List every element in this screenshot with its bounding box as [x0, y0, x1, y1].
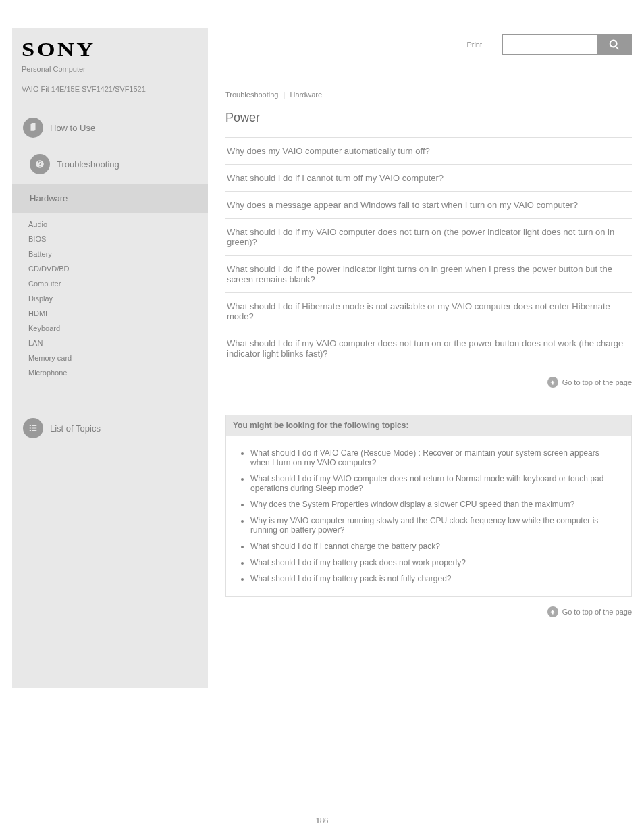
sidebar-subitem[interactable]: Audio	[28, 217, 198, 232]
sidebar-subitem[interactable]: Memory card	[28, 350, 198, 365]
related-topic-link[interactable]: Why is my VAIO computer running slowly a…	[250, 513, 616, 538]
sidebar-subitem[interactable]: Computer	[28, 276, 198, 291]
related-topics-box: You might be looking for the following t…	[225, 415, 632, 597]
go-to-top-label: Go to top of the page	[562, 608, 632, 616]
sidebar-subitem[interactable]: CD/DVD/BD	[28, 261, 198, 276]
breadcrumb: Troubleshooting | Hardware	[225, 90, 632, 99]
accordion-item[interactable]: What should I do if the power indicator …	[225, 256, 632, 293]
sidebar-subitem[interactable]: Display	[28, 291, 198, 306]
sidebar-subitem[interactable]: LAN	[28, 336, 198, 350]
sidebar-subitem[interactable]: Battery	[28, 246, 198, 261]
help-icon	[30, 154, 50, 174]
sidebar-item-label: How to Use	[50, 123, 95, 133]
go-to-top-link[interactable]: Go to top of the page	[225, 377, 632, 388]
related-topic-link[interactable]: What should I do if I cannot charge the …	[250, 538, 616, 554]
sidebar-sublist: Audio BIOS Battery CD/DVD/BD Computer Di…	[22, 217, 198, 380]
sidebar-item-troubleshooting[interactable]: Troubleshooting	[22, 147, 198, 181]
search-button[interactable]	[597, 35, 631, 54]
related-topics-header: You might be looking for the following t…	[226, 415, 631, 436]
main-content: Print Troubleshooting | Hardware Power W…	[208, 28, 632, 688]
page-number: 186	[0, 816, 644, 834]
accordion-item[interactable]: What should I do if I cannot turn off my…	[225, 165, 632, 192]
breadcrumb-item[interactable]: Hardware	[290, 90, 322, 99]
product-type-label: Personal Computer	[22, 65, 198, 73]
related-topic-link[interactable]: What should I do if my battery pack is n…	[250, 571, 616, 587]
print-link[interactable]: Print	[466, 41, 482, 49]
sidebar-item-hardware[interactable]: Hardware	[12, 184, 208, 213]
sidebar-item-label: Hardware	[30, 193, 68, 203]
accordion-item[interactable]: Why does my VAIO computer automatically …	[225, 137, 632, 165]
accordion-item[interactable]: What should I do if my VAIO computer doe…	[225, 219, 632, 256]
page-title: Power	[225, 111, 632, 125]
arrow-up-icon	[547, 606, 558, 617]
sidebar-subitem[interactable]: HDMI	[28, 306, 198, 321]
sidebar-subitem[interactable]: BIOS	[28, 232, 198, 246]
sidebar-item-contents[interactable]: List of Topics	[22, 411, 198, 445]
related-topic-link[interactable]: What should I do if my VAIO computer doe…	[250, 471, 616, 496]
related-topic-link[interactable]: What should I do if my battery pack does…	[250, 554, 616, 571]
sidebar-subitem[interactable]: Keyboard	[28, 321, 198, 336]
breadcrumb-separator: |	[284, 90, 286, 99]
breadcrumb-item[interactable]: Troubleshooting	[225, 90, 278, 99]
arrow-up-icon	[547, 377, 558, 388]
accordion-item[interactable]: What should I do if Hibernate mode is no…	[225, 293, 632, 330]
model-label: VAIO Fit 14E/15E SVF1421/SVF1521	[22, 85, 198, 93]
search-icon	[608, 38, 620, 51]
related-topic-link[interactable]: What should I do if VAIO Care (Rescue Mo…	[250, 445, 616, 471]
sidebar-item-how-to-use[interactable]: How to Use	[22, 111, 198, 145]
accordion-item[interactable]: Why does a message appear and Windows fa…	[225, 192, 632, 219]
accordion-item[interactable]: What should I do if my VAIO computer doe…	[225, 330, 632, 367]
sidebar-item-label: Troubleshooting	[57, 159, 119, 170]
go-to-top-label: Go to top of the page	[562, 378, 632, 386]
sidebar: SONY Personal Computer VAIO Fit 14E/15E …	[12, 28, 208, 688]
howto-icon	[23, 118, 43, 138]
sidebar-subitem[interactable]: Microphone	[28, 365, 198, 380]
search-box	[502, 34, 632, 55]
go-to-top-link[interactable]: Go to top of the page	[225, 606, 632, 617]
search-input[interactable]	[503, 35, 597, 54]
list-icon	[23, 418, 43, 438]
top-bar: Print	[225, 28, 632, 61]
sidebar-item-label: List of Topics	[50, 423, 101, 434]
sony-logo: SONY	[22, 38, 225, 61]
related-topic-link[interactable]: Why does the System Properties window di…	[250, 496, 616, 513]
